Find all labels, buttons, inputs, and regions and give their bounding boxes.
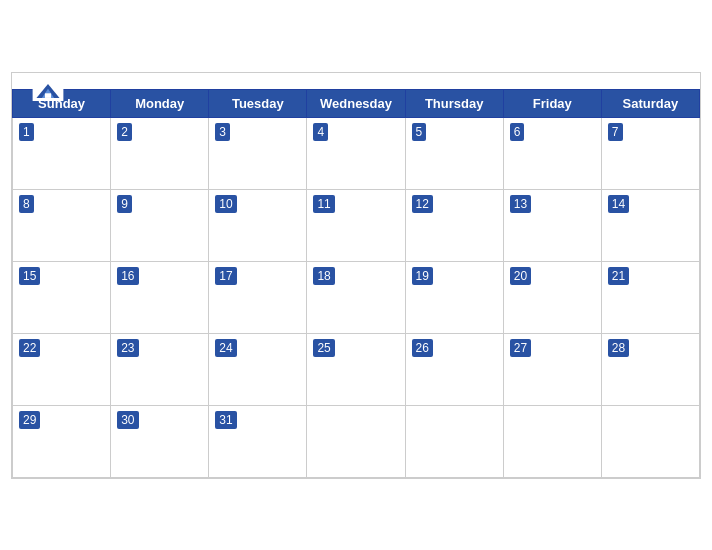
calendar-day-cell: 7	[601, 117, 699, 189]
calendar-day-cell: 11	[307, 189, 405, 261]
day-number: 2	[117, 123, 132, 142]
calendar-day-cell: 8	[13, 189, 111, 261]
day-number: 22	[19, 339, 40, 358]
calendar-day-cell: 12	[405, 189, 503, 261]
day-number: 3	[215, 123, 230, 142]
calendar-day-cell: 2	[111, 117, 209, 189]
day-number: 7	[608, 123, 623, 142]
calendar-week-row: 891011121314	[13, 189, 700, 261]
day-number: 20	[510, 267, 531, 286]
day-number: 9	[117, 195, 132, 214]
calendar-day-cell: 16	[111, 261, 209, 333]
weekday-header-monday: Monday	[111, 89, 209, 117]
calendar-day-cell	[405, 405, 503, 477]
day-number: 30	[117, 411, 138, 430]
day-number: 13	[510, 195, 531, 214]
generalblue-logo-icon	[32, 81, 64, 101]
calendar-day-cell: 10	[209, 189, 307, 261]
day-number: 19	[412, 267, 433, 286]
svg-rect-3	[45, 93, 51, 98]
day-number: 15	[19, 267, 40, 286]
calendar-day-cell: 24	[209, 333, 307, 405]
calendar-day-cell: 29	[13, 405, 111, 477]
weekday-header-friday: Friday	[503, 89, 601, 117]
calendar-week-row: 293031	[13, 405, 700, 477]
calendar-day-cell: 27	[503, 333, 601, 405]
calendar-day-cell: 6	[503, 117, 601, 189]
day-number: 5	[412, 123, 427, 142]
day-number: 28	[608, 339, 629, 358]
weekday-header-wednesday: Wednesday	[307, 89, 405, 117]
day-number: 4	[313, 123, 328, 142]
calendar-day-cell: 25	[307, 333, 405, 405]
day-number: 6	[510, 123, 525, 142]
calendar-day-cell: 26	[405, 333, 503, 405]
day-number: 23	[117, 339, 138, 358]
calendar-day-cell: 17	[209, 261, 307, 333]
calendar-week-row: 22232425262728	[13, 333, 700, 405]
day-number: 14	[608, 195, 629, 214]
calendar-day-cell	[307, 405, 405, 477]
calendar-week-row: 1234567	[13, 117, 700, 189]
calendar-day-cell: 28	[601, 333, 699, 405]
day-number: 8	[19, 195, 34, 214]
day-number: 27	[510, 339, 531, 358]
weekday-header-saturday: Saturday	[601, 89, 699, 117]
day-number: 16	[117, 267, 138, 286]
day-number: 25	[313, 339, 334, 358]
day-number: 1	[19, 123, 34, 142]
logo-area	[32, 81, 64, 101]
calendar-day-cell: 19	[405, 261, 503, 333]
calendar-day-cell: 9	[111, 189, 209, 261]
weekday-header-row: SundayMondayTuesdayWednesdayThursdayFrid…	[13, 89, 700, 117]
calendar-day-cell: 21	[601, 261, 699, 333]
calendar-day-cell	[601, 405, 699, 477]
calendar-day-cell: 3	[209, 117, 307, 189]
calendar-week-row: 15161718192021	[13, 261, 700, 333]
weekday-header-thursday: Thursday	[405, 89, 503, 117]
calendar-grid: SundayMondayTuesdayWednesdayThursdayFrid…	[12, 89, 700, 478]
calendar-day-cell: 1	[13, 117, 111, 189]
calendar-day-cell: 20	[503, 261, 601, 333]
calendar-day-cell: 5	[405, 117, 503, 189]
calendar-day-cell: 15	[13, 261, 111, 333]
day-number: 24	[215, 339, 236, 358]
calendar-day-cell	[503, 405, 601, 477]
calendar-day-cell: 18	[307, 261, 405, 333]
day-number: 31	[215, 411, 236, 430]
day-number: 18	[313, 267, 334, 286]
calendar-day-cell: 14	[601, 189, 699, 261]
calendar-day-cell: 30	[111, 405, 209, 477]
calendar-day-cell: 4	[307, 117, 405, 189]
day-number: 17	[215, 267, 236, 286]
calendar-day-cell: 13	[503, 189, 601, 261]
calendar-day-cell: 31	[209, 405, 307, 477]
day-number: 26	[412, 339, 433, 358]
day-number: 11	[313, 195, 334, 214]
calendar-header	[12, 73, 700, 89]
day-number: 10	[215, 195, 236, 214]
calendar-container: SundayMondayTuesdayWednesdayThursdayFrid…	[11, 72, 701, 479]
calendar-day-cell: 22	[13, 333, 111, 405]
day-number: 12	[412, 195, 433, 214]
weekday-header-tuesday: Tuesday	[209, 89, 307, 117]
day-number: 21	[608, 267, 629, 286]
day-number: 29	[19, 411, 40, 430]
calendar-day-cell: 23	[111, 333, 209, 405]
